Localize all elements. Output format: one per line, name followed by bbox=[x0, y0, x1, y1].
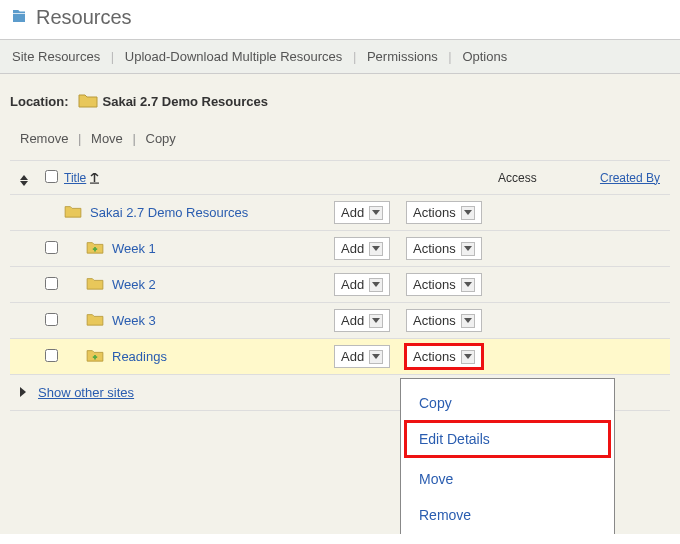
toolbar-options[interactable]: Options bbox=[462, 49, 507, 64]
access-column-header: Access bbox=[498, 171, 580, 185]
add-button[interactable]: Add bbox=[334, 237, 390, 260]
add-button[interactable]: Add bbox=[334, 201, 390, 224]
table-row: Week 3AddActions bbox=[10, 303, 670, 339]
chevron-down-icon bbox=[369, 206, 383, 220]
separator: | bbox=[111, 49, 114, 64]
created-by-sort-link[interactable]: Created By bbox=[600, 171, 660, 185]
table-row: ReadingsAddActions bbox=[10, 339, 670, 375]
chevron-down-icon bbox=[369, 242, 383, 256]
dropdown-move[interactable]: Move bbox=[401, 461, 614, 497]
table-header-row: Title Access Created By bbox=[10, 161, 670, 195]
folder-icon bbox=[73, 92, 103, 111]
action-copy[interactable]: Copy bbox=[146, 131, 176, 146]
add-button[interactable]: Add bbox=[334, 273, 390, 296]
action-remove[interactable]: Remove bbox=[20, 131, 68, 146]
item-name-link[interactable]: Week 1 bbox=[112, 241, 156, 256]
page-header: Resources bbox=[0, 0, 680, 39]
add-button[interactable]: Add bbox=[334, 309, 390, 332]
separator: | bbox=[448, 49, 451, 64]
row-checkbox[interactable] bbox=[45, 277, 58, 290]
add-button[interactable]: Add bbox=[334, 345, 390, 368]
title-sort-link[interactable]: Title bbox=[64, 171, 86, 185]
chevron-down-icon bbox=[461, 206, 475, 220]
toolbar-permissions[interactable]: Permissions bbox=[367, 49, 438, 64]
actions-button[interactable]: Actions bbox=[406, 273, 482, 296]
location-label: Location: bbox=[10, 94, 69, 109]
select-all-checkbox[interactable] bbox=[45, 170, 58, 183]
chevron-down-icon bbox=[369, 278, 383, 292]
sort-arrows-icon bbox=[20, 175, 28, 186]
title-column-header: Title bbox=[64, 171, 334, 185]
table-row: Week 1AddActions bbox=[10, 231, 670, 267]
svg-rect-0 bbox=[90, 182, 99, 183]
sort-column[interactable] bbox=[20, 169, 38, 186]
item-name-link[interactable]: Readings bbox=[112, 349, 167, 364]
row-checkbox[interactable] bbox=[45, 349, 58, 362]
dropdown-copy[interactable]: Copy bbox=[401, 385, 614, 421]
select-all-column bbox=[38, 170, 64, 186]
actions-dropdown: Copy Edit Details Move Remove Edit Folde… bbox=[400, 378, 615, 534]
location-path: Sakai 2.7 Demo Resources bbox=[103, 94, 268, 109]
folder-plus-icon bbox=[86, 240, 112, 257]
actions-button[interactable]: Actions bbox=[406, 237, 482, 260]
disclosure-icon[interactable] bbox=[20, 387, 26, 397]
chevron-down-icon bbox=[461, 278, 475, 292]
sort-asc-icon bbox=[86, 171, 99, 185]
actions-button[interactable]: Actions bbox=[406, 201, 482, 224]
actions-button[interactable]: Actions bbox=[406, 309, 482, 332]
item-name-link[interactable]: Week 3 bbox=[112, 313, 156, 328]
dropdown-edit-permissions[interactable]: Edit Folder Permissions bbox=[401, 533, 614, 534]
chevron-down-icon bbox=[461, 350, 475, 364]
resources-icon bbox=[10, 7, 36, 28]
table-row: Week 2AddActions bbox=[10, 267, 670, 303]
page-title: Resources bbox=[36, 6, 132, 29]
separator: | bbox=[353, 49, 356, 64]
toolbar: Site Resources | Upload-Download Multipl… bbox=[0, 39, 680, 74]
location-bar: Location: Sakai 2.7 Demo Resources bbox=[10, 88, 670, 127]
item-name-link[interactable]: Sakai 2.7 Demo Resources bbox=[90, 205, 248, 220]
show-other-sites-link[interactable]: Show other sites bbox=[38, 385, 134, 400]
dropdown-remove[interactable]: Remove bbox=[401, 497, 614, 533]
toolbar-upload-download[interactable]: Upload-Download Multiple Resources bbox=[125, 49, 343, 64]
actions-button[interactable]: Actions bbox=[406, 345, 482, 368]
row-checkbox[interactable] bbox=[45, 313, 58, 326]
item-name-link[interactable]: Week 2 bbox=[112, 277, 156, 292]
action-bar: Remove | Move | Copy bbox=[10, 127, 670, 160]
action-move[interactable]: Move bbox=[91, 131, 123, 146]
chevron-down-icon bbox=[461, 242, 475, 256]
table-row: Sakai 2.7 Demo ResourcesAddActions bbox=[10, 195, 670, 231]
row-checkbox[interactable] bbox=[45, 241, 58, 254]
resources-table: Title Access Created By Sakai 2.7 Demo R… bbox=[10, 160, 670, 411]
folder-plus-icon bbox=[86, 348, 112, 365]
chevron-down-icon bbox=[461, 314, 475, 328]
folder-icon bbox=[86, 312, 112, 329]
dropdown-edit-details[interactable]: Edit Details bbox=[407, 423, 608, 455]
folder-icon bbox=[64, 204, 90, 221]
toolbar-site-resources[interactable]: Site Resources bbox=[12, 49, 100, 64]
separator: | bbox=[132, 131, 135, 146]
separator: | bbox=[78, 131, 81, 146]
created-by-column-header: Created By bbox=[580, 171, 660, 185]
chevron-down-icon bbox=[369, 350, 383, 364]
folder-icon bbox=[86, 276, 112, 293]
chevron-down-icon bbox=[369, 314, 383, 328]
